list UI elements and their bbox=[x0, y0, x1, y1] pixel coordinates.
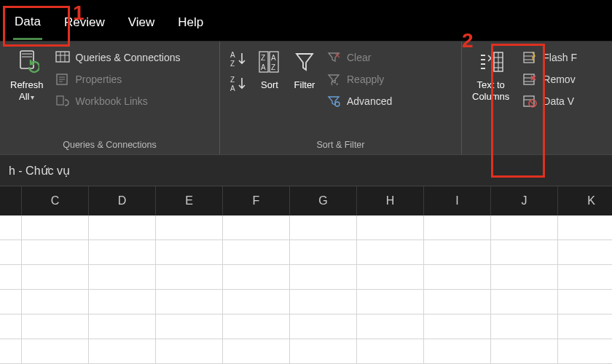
remove-label: Remov bbox=[543, 74, 575, 85]
formula-bar[interactable]: h - Chức vụ bbox=[0, 154, 612, 186]
colhdr-k[interactable]: K bbox=[558, 186, 612, 215]
sort-asc-icon[interactable]: AZ bbox=[229, 50, 249, 68]
link-icon bbox=[55, 94, 70, 108]
queries-label: Queries & Connections bbox=[76, 52, 181, 63]
queries-connections-button[interactable]: Queries & Connections bbox=[51, 47, 185, 68]
workbook-links-label: Workbook Links bbox=[76, 95, 148, 107]
refresh-icon bbox=[14, 49, 40, 75]
clear-label: Clear bbox=[347, 52, 371, 63]
colhdr-c[interactable]: C bbox=[22, 186, 89, 215]
advanced-filter-button[interactable]: Advanced bbox=[322, 91, 396, 111]
tab-review[interactable]: Review bbox=[63, 11, 106, 39]
remove-duplicates-icon bbox=[522, 72, 537, 87]
clear-filter-button[interactable]: Clear bbox=[322, 47, 396, 68]
filter-label: Filter bbox=[294, 79, 315, 91]
remove-duplicates-button[interactable]: Remov bbox=[518, 69, 581, 90]
flash-fill-icon bbox=[522, 50, 537, 65]
svg-text:Z: Z bbox=[271, 63, 275, 71]
group-label-queries: Queries & Connections bbox=[6, 137, 213, 151]
properties-icon bbox=[55, 72, 70, 87]
data-validation-button[interactable]: Data V bbox=[518, 91, 581, 111]
text-to-columns-button[interactable]: Text to Columns bbox=[468, 46, 514, 105]
tab-help[interactable]: Help bbox=[176, 11, 205, 39]
refresh-label-2: All bbox=[19, 91, 29, 102]
sort-desc-icon[interactable]: ZA bbox=[229, 75, 249, 92]
refresh-label-1: Refresh bbox=[10, 79, 44, 91]
filter-button[interactable]: Filter bbox=[287, 46, 322, 94]
funnel-icon bbox=[291, 49, 318, 75]
refresh-all-button[interactable]: Refresh All▾ bbox=[6, 46, 48, 105]
colhdr-i[interactable]: I bbox=[424, 186, 491, 215]
data-validation-icon bbox=[522, 94, 537, 108]
reapply-button[interactable]: Reapply bbox=[322, 69, 396, 90]
sort-dialog-icon: ZAAZ bbox=[256, 49, 283, 75]
svg-text:A: A bbox=[230, 51, 235, 59]
ttc-label-1: Text to bbox=[477, 79, 505, 91]
datavalidation-label: Data V bbox=[543, 95, 574, 107]
colhdr-d[interactable]: D bbox=[89, 186, 156, 215]
svg-rect-3 bbox=[57, 96, 63, 105]
svg-text:Z: Z bbox=[261, 54, 265, 62]
properties-label: Properties bbox=[76, 74, 122, 85]
colhdr-f[interactable]: F bbox=[223, 186, 290, 215]
tab-view[interactable]: View bbox=[127, 11, 157, 39]
svg-text:Z: Z bbox=[230, 76, 235, 84]
colhdr-e[interactable]: E bbox=[156, 186, 223, 215]
reapply-icon bbox=[326, 72, 341, 87]
svg-point-14 bbox=[335, 102, 340, 106]
svg-rect-1 bbox=[56, 52, 69, 62]
advanced-funnel-icon bbox=[326, 94, 341, 108]
column-header-row: C D E F G H I J K bbox=[0, 186, 612, 215]
text-to-columns-icon bbox=[478, 49, 504, 75]
group-label-sortfilter: Sort & Filter bbox=[226, 137, 455, 151]
advanced-label: Advanced bbox=[347, 95, 392, 107]
svg-text:A: A bbox=[271, 54, 276, 62]
sheet-grid[interactable] bbox=[0, 215, 612, 364]
workbook-links-button[interactable]: Workbook Links bbox=[51, 91, 185, 111]
table-icon bbox=[55, 50, 70, 65]
flash-fill-button[interactable]: Flash F bbox=[518, 47, 581, 68]
svg-text:A: A bbox=[261, 63, 266, 71]
group-label-datatools bbox=[468, 137, 606, 151]
colhdr-g[interactable]: G bbox=[290, 186, 357, 215]
chevron-down-icon: ▾ bbox=[31, 93, 34, 101]
ribbon-tabstrip: Data Review View Help bbox=[0, 0, 612, 41]
properties-button[interactable]: Properties bbox=[51, 69, 185, 90]
colhdr-j[interactable]: J bbox=[491, 186, 558, 215]
reapply-label: Reapply bbox=[347, 74, 384, 85]
colhdr-h[interactable]: H bbox=[357, 186, 424, 215]
svg-text:A: A bbox=[230, 84, 235, 92]
flash-label: Flash F bbox=[543, 52, 577, 63]
tab-data[interactable]: Data bbox=[13, 10, 42, 40]
ribbon: Refresh All▾ Queries & Connections Prope… bbox=[0, 41, 612, 154]
svg-text:Z: Z bbox=[230, 60, 235, 68]
clear-funnel-icon bbox=[326, 50, 341, 65]
rowhdr-spacer bbox=[0, 186, 22, 215]
sort-label: Sort bbox=[261, 79, 278, 91]
sort-button[interactable]: ZAAZ Sort bbox=[252, 46, 287, 94]
ttc-label-2: Columns bbox=[472, 91, 509, 103]
